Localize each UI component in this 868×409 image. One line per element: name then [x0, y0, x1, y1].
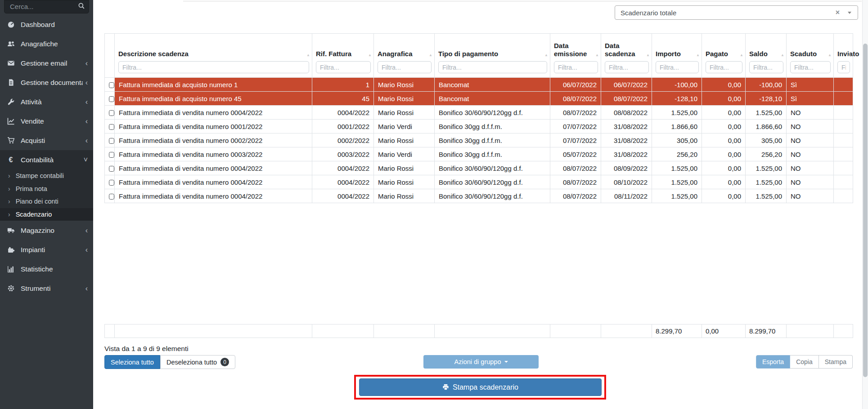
cell-data-scadenza: 31/08/2022 [601, 147, 652, 161]
filter-saldo-input[interactable] [749, 61, 783, 73]
scrollbar-track[interactable] [862, 0, 868, 409]
table-row[interactable]: Fattura immediata di vendita numero 0004… [105, 161, 853, 175]
table-row[interactable]: Fattura immediata di vendita numero 0001… [105, 120, 853, 133]
filter-data-emissione-input[interactable] [554, 61, 598, 73]
cell-saldo: 1.866,60 [746, 120, 787, 133]
sort-icon[interactable]: ▲ [368, 53, 372, 58]
sidebar-item-statistiche[interactable]: Statistiche [0, 259, 93, 279]
cell-rif-fattura: 0001/2022 [312, 120, 374, 133]
row-checkbox[interactable] [109, 138, 114, 144]
row-checkbox[interactable] [109, 110, 114, 116]
sidebar-nav: Dashboard Anagrafiche Gestione email ‹ G… [0, 15, 93, 298]
schedule-type-select[interactable]: Scadenzario totale × [615, 5, 858, 20]
sidebar-item-acquisti[interactable]: Acquisti ‹ [0, 131, 93, 150]
cart-icon [6, 137, 15, 144]
header-importo[interactable]: Importo▲ [652, 34, 702, 78]
cell-importo: 1.525,00 [652, 189, 702, 203]
header-anagrafica[interactable]: Anagrafica▲ [374, 34, 435, 78]
table-row[interactable]: Fattura immediata di vendita numero 0004… [105, 175, 853, 189]
header-inviato[interactable]: Inviato▲ [834, 34, 853, 78]
deselect-all-button[interactable]: Deseleziona tutto 0 [160, 355, 235, 369]
sort-icon[interactable]: ▲ [595, 53, 599, 58]
filter-importo-input[interactable] [656, 61, 699, 73]
row-checkbox[interactable] [109, 96, 114, 102]
print-schedule-button[interactable]: Stampa scadenzario [359, 378, 602, 396]
row-checkbox[interactable] [109, 194, 114, 200]
sidebar-item-label: Anagrafiche [21, 40, 58, 48]
sidebar-item-strumenti[interactable]: Strumenti ‹ [0, 279, 93, 298]
cell-descrizione: Fattura immediata di vendita numero 0004… [115, 161, 312, 175]
filter-data-scadenza-input[interactable] [605, 61, 649, 73]
cell-rif-fattura: 0004/2022 [312, 175, 374, 189]
header-tipo-pagamento[interactable]: Tipo di pagamento▲ [435, 34, 550, 78]
row-checkbox[interactable] [109, 166, 114, 172]
search-icon[interactable] [78, 2, 85, 11]
sidebar-item-attivita[interactable]: Attività ‹ [0, 92, 93, 111]
header-descrizione[interactable]: Descrizione scadenza▲ [115, 34, 312, 78]
sort-icon[interactable]: ▲ [781, 53, 784, 58]
sort-icon[interactable]: ▲ [828, 53, 832, 58]
filter-rif-fattura-input[interactable] [316, 61, 371, 73]
sidebar-item-vendite[interactable]: Vendite ‹ [0, 111, 93, 131]
clear-selection-icon[interactable]: × [829, 9, 846, 17]
cell-inviato [834, 147, 853, 161]
row-checkbox[interactable] [109, 180, 114, 186]
header-pagato[interactable]: Pagato▲ [702, 34, 746, 78]
sidebar-item-impianti[interactable]: Impianti ‹ [0, 240, 93, 259]
header-rif-fattura[interactable]: Rif. Fattura▲ [312, 34, 374, 78]
header-data-emissione[interactable]: Data emissione▲ [550, 34, 601, 78]
filter-anagrafica-input[interactable] [378, 61, 432, 73]
table-row[interactable]: Fattura immediata di acquisto numero 45 … [105, 92, 853, 106]
filter-inviato-input[interactable] [837, 61, 850, 73]
table-row[interactable]: Fattura immediata di vendita numero 0004… [105, 189, 853, 203]
sidebar-subitem-stampe-contabili[interactable]: › Stampe contabili [0, 169, 93, 182]
totals-data-emissione [550, 325, 601, 338]
row-checkbox[interactable] [109, 124, 114, 130]
sort-icon[interactable]: ▲ [847, 53, 851, 58]
row-checkbox[interactable] [109, 82, 114, 88]
cell-importo: 1.525,00 [652, 175, 702, 189]
search-input[interactable] [4, 0, 89, 13]
sidebar-item-dashboard[interactable]: Dashboard [0, 15, 93, 34]
header-scaduto[interactable]: Scaduto▲ [787, 34, 834, 78]
select-all-button[interactable]: Seleziona tutto [104, 355, 160, 369]
sort-icon[interactable]: ▲ [429, 53, 432, 58]
table-row[interactable]: Fattura immediata di vendita numero 0002… [105, 133, 853, 147]
sidebar-item-gestione-email[interactable]: Gestione email ‹ [0, 53, 93, 73]
scrollbar-thumb[interactable] [863, 44, 868, 377]
sort-icon[interactable]: ▲ [740, 53, 743, 58]
cell-pagato: 0,00 [702, 161, 746, 175]
table-row[interactable]: Fattura immediata di acquisto numero 1 1… [105, 78, 853, 92]
group-actions-button[interactable]: Azioni di gruppo [423, 355, 539, 369]
filter-pagato-input[interactable] [706, 61, 742, 73]
sort-icon[interactable]: ▲ [696, 53, 700, 58]
cell-pagato: 0,00 [702, 175, 746, 189]
header-data-scadenza[interactable]: Data scadenza▲ [601, 34, 652, 78]
cell-descrizione: Fattura immediata di vendita numero 0003… [115, 147, 312, 161]
sidebar-item-anagrafiche[interactable]: Anagrafiche [0, 34, 93, 53]
row-checkbox-cell [105, 78, 115, 92]
filter-tipo-pagamento-input[interactable] [438, 61, 547, 73]
sidebar-item-magazzino[interactable]: Magazzino ‹ [0, 221, 93, 240]
copy-button[interactable]: Copia [790, 355, 819, 369]
sidebar-subitem-prima-nota[interactable]: › Prima nota [0, 182, 93, 196]
table-row[interactable]: Fattura immediata di vendita numero 0004… [105, 106, 853, 120]
row-checkbox[interactable] [109, 152, 114, 158]
sidebar-item-contabilita[interactable]: € Contabilità ˅ [0, 150, 93, 169]
sidebar-item-gestione-documentale[interactable]: Gestione documentale ‹ [0, 73, 93, 92]
sort-icon[interactable]: ▲ [544, 53, 548, 58]
export-button[interactable]: Esporta [756, 355, 790, 369]
cell-inviato [834, 92, 853, 106]
filter-descrizione-input[interactable] [118, 61, 309, 73]
totals-row: 8.299,70 0,00 8.299,70 [105, 325, 853, 338]
table-row[interactable]: Fattura immediata di vendita numero 0003… [105, 147, 853, 161]
header-saldo[interactable]: Saldo▲ [746, 34, 787, 78]
select-caret-icon[interactable] [848, 12, 851, 14]
filter-scaduto-input[interactable] [790, 61, 831, 73]
print-button[interactable]: Stampa [819, 355, 853, 369]
sidebar-subitem-scadenzario[interactable]: › Scadenzario [0, 208, 93, 221]
sort-icon[interactable]: ▲ [646, 53, 650, 58]
column-label: Data scadenza [605, 42, 635, 58]
sort-icon[interactable]: ▲ [306, 53, 310, 58]
sidebar-subitem-piano-dei-conti[interactable]: › Piano dei conti [0, 195, 93, 208]
